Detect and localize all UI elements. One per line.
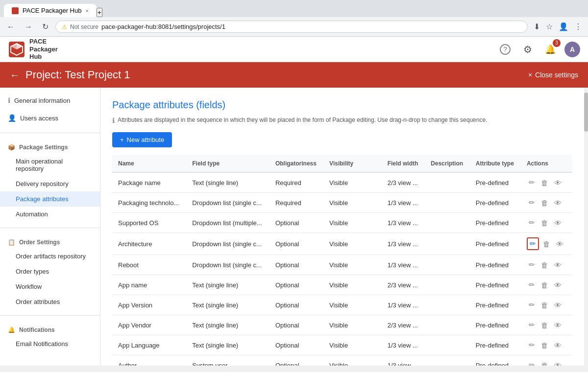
- cell-attribute-type: Pre-defined: [470, 193, 521, 213]
- package-icon: 📦: [8, 144, 15, 151]
- cell-attribute-type: Pre-defined: [470, 233, 521, 255]
- cell-description: [425, 355, 470, 366]
- delete-button[interactable]: 🗑: [541, 239, 552, 249]
- cell-name: Architecture: [112, 233, 186, 255]
- delete-button[interactable]: 🗑: [539, 360, 550, 366]
- delete-button[interactable]: 🗑: [539, 280, 550, 290]
- cell-obligatoriness: Optional: [270, 335, 323, 355]
- order-artifacts-label: Order artifacts repository: [16, 253, 86, 260]
- edit-button[interactable]: ✏: [527, 279, 537, 290]
- cell-attribute-type: Pre-defined: [470, 172, 521, 193]
- more-button[interactable]: ⋮: [572, 20, 584, 33]
- sidebar-item-automation[interactable]: Automation: [0, 207, 100, 222]
- visibility-button[interactable]: 👁: [552, 260, 564, 270]
- cell-name: App Language: [112, 335, 186, 355]
- cell-field-type: Dropdown list (single c...: [186, 193, 270, 213]
- info-icon: ℹ: [8, 96, 10, 104]
- profile-button[interactable]: 👤: [557, 20, 570, 33]
- close-settings-button[interactable]: × Close settings: [528, 71, 578, 79]
- visibility-button[interactable]: 👁: [552, 218, 564, 228]
- notifications-button[interactable]: 🔔 3: [542, 41, 559, 58]
- download-button[interactable]: ⬇: [532, 20, 542, 33]
- cell-actions: ✏🗑👁: [521, 355, 572, 366]
- tab-title: PACE Packager Hub: [23, 7, 81, 14]
- cell-field-type: Text (single line): [186, 275, 270, 295]
- visibility-button[interactable]: 👁: [552, 178, 564, 188]
- cell-obligatoriness: Optional: [270, 355, 323, 366]
- visibility-button[interactable]: 👁: [552, 340, 564, 350]
- cell-name: App Vendor: [112, 315, 186, 335]
- cell-visibility: Visible: [323, 315, 382, 335]
- delete-button[interactable]: 🗑: [539, 300, 550, 310]
- edit-button[interactable]: ✏: [527, 237, 539, 250]
- sidebar-divider-1: [0, 133, 100, 133]
- delete-button[interactable]: 🗑: [539, 198, 550, 208]
- add-tab-button[interactable]: +: [97, 8, 102, 17]
- sidebar-item-workflow[interactable]: Workflow: [0, 279, 100, 294]
- bookmark-button[interactable]: ☆: [544, 20, 555, 33]
- edit-button[interactable]: ✏: [527, 217, 537, 228]
- sidebar-item-users-access[interactable]: 👤 Users access: [0, 109, 100, 127]
- delete-button[interactable]: 🗑: [539, 320, 550, 330]
- col-attribute-type: Attribute type: [470, 155, 521, 172]
- cell-actions: ✏🗑👁: [521, 315, 572, 335]
- sidebar-item-main-operational-repository[interactable]: Main operational repository: [0, 154, 100, 176]
- sidebar-item-package-attributes[interactable]: Package attributes: [0, 191, 100, 207]
- sidebar-item-general-information[interactable]: ℹ General information: [0, 92, 100, 109]
- cell-obligatoriness: Optional: [270, 295, 323, 315]
- cell-field-width: 1/3 view ...: [382, 355, 425, 366]
- header-icons: ? ⚙ 🔔 3 A: [497, 41, 580, 58]
- settings-button[interactable]: ⚙: [519, 41, 536, 58]
- actions-container: ✏🗑👁: [527, 360, 566, 366]
- cell-actions: ✏🗑👁: [521, 213, 572, 233]
- delete-button[interactable]: 🗑: [539, 218, 550, 228]
- visibility-button[interactable]: 👁: [552, 320, 564, 330]
- visibility-button[interactable]: 👁: [552, 300, 564, 310]
- edit-button[interactable]: ✏: [527, 197, 537, 208]
- cell-field-type: Text (single line): [186, 172, 270, 193]
- edit-button[interactable]: ✏: [527, 259, 537, 270]
- delete-button[interactable]: 🗑: [539, 178, 550, 188]
- cell-attribute-type: Pre-defined: [470, 213, 521, 233]
- tab-close-button[interactable]: ×: [85, 8, 88, 14]
- cell-description: [425, 315, 470, 335]
- edit-button[interactable]: ✏: [527, 360, 537, 366]
- sidebar-item-delivery-repository[interactable]: Delivery repository: [0, 176, 100, 191]
- browser-tab[interactable]: PACE Packager Hub ×: [4, 4, 97, 17]
- visibility-button[interactable]: 👁: [554, 239, 565, 249]
- cell-field-width: 1/3 view ...: [382, 295, 425, 315]
- sidebar-item-order-artifacts-repository[interactable]: Order artifacts repository: [0, 249, 100, 264]
- edit-button[interactable]: ✏: [527, 320, 537, 330]
- sidebar-item-email-notifications[interactable]: Email Notifications: [0, 336, 100, 351]
- visibility-button[interactable]: 👁: [552, 198, 564, 208]
- sidebar-item-order-attributes[interactable]: Order attributes: [0, 294, 100, 309]
- help-button[interactable]: ?: [497, 41, 514, 58]
- delete-button[interactable]: 🗑: [539, 260, 550, 270]
- visibility-button[interactable]: 👁: [552, 360, 564, 366]
- nav-refresh-button[interactable]: ↻: [39, 20, 51, 33]
- scrollbar-thumb[interactable]: [584, 93, 588, 132]
- col-actions: Actions: [521, 155, 572, 172]
- scrollbar-track[interactable]: [584, 88, 588, 366]
- table-row: Packaging technolo...Dropdown list (sing…: [112, 193, 572, 213]
- settings-back-button[interactable]: ←: [10, 70, 20, 81]
- delete-button[interactable]: 🗑: [539, 340, 550, 350]
- nav-forward-button[interactable]: →: [22, 21, 35, 33]
- cell-name: Reboot: [112, 255, 186, 275]
- avatar[interactable]: A: [564, 42, 580, 57]
- edit-button[interactable]: ✏: [527, 300, 537, 310]
- new-attribute-button[interactable]: + New attribute: [112, 132, 172, 147]
- sidebar-item-order-types[interactable]: Order types: [0, 264, 100, 279]
- address-bar[interactable]: ⚠ Not secure pace-packager-hub:8081/sett…: [55, 21, 528, 33]
- visibility-button[interactable]: 👁: [552, 280, 564, 290]
- cell-actions: ✏🗑👁: [521, 233, 572, 255]
- gear-icon: ⚙: [523, 44, 532, 55]
- edit-button[interactable]: ✏: [527, 177, 537, 188]
- cell-actions: ✏🗑👁: [521, 335, 572, 355]
- cell-actions: ✏🗑👁: [521, 255, 572, 275]
- nav-back-button[interactable]: ←: [4, 21, 18, 33]
- edit-button[interactable]: ✏: [527, 340, 537, 350]
- cell-name: Author: [112, 355, 186, 366]
- table-body: Package nameText (single line)RequiredVi…: [112, 172, 572, 366]
- sidebar-top-section: ℹ General information 👤 Users access: [0, 88, 100, 131]
